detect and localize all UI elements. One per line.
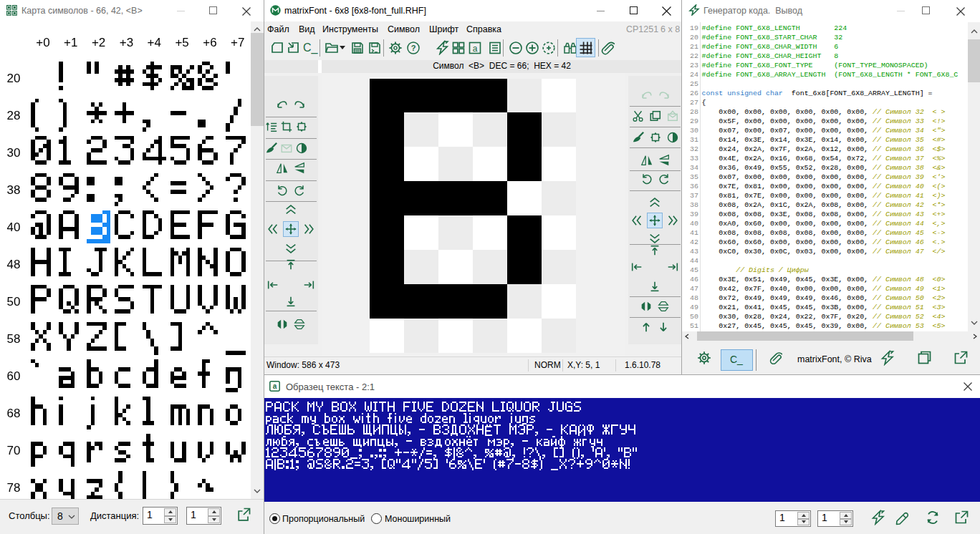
svg-text:a: a xyxy=(273,382,277,390)
svg-text:a: a xyxy=(473,44,478,54)
svg-text:?: ? xyxy=(411,44,416,52)
